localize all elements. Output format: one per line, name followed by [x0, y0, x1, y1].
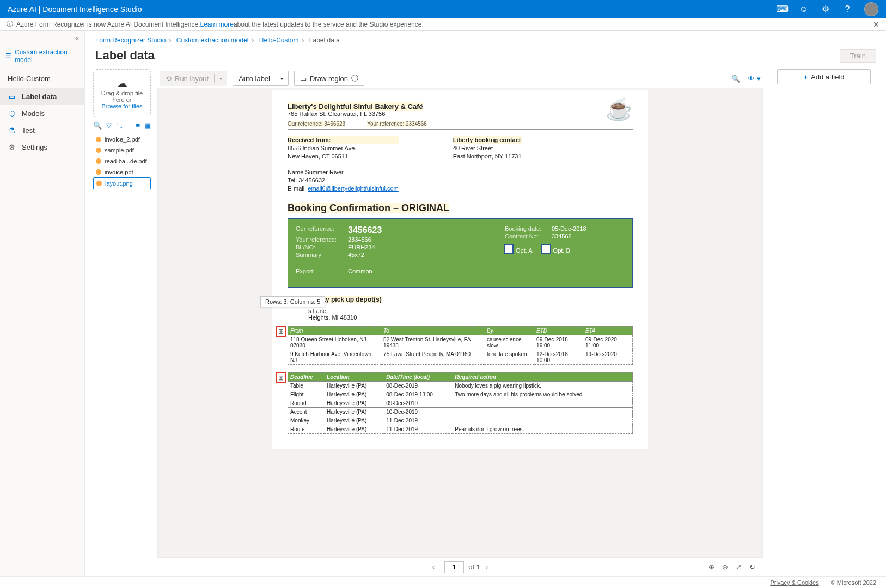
prev-page-button[interactable]: ‹: [427, 563, 440, 571]
email-label: E-mail: [288, 185, 304, 192]
table-cell: 11-Dec-2019: [384, 416, 453, 425]
table-cell: [453, 416, 632, 425]
gb-your-ref-l: Your reference:: [296, 236, 348, 243]
train-button[interactable]: Train: [840, 49, 876, 63]
feedback-icon[interactable]: ☺: [799, 4, 809, 14]
crumb-model[interactable]: Custom extraction model: [176, 36, 249, 44]
draw-region-label: Draw region: [310, 75, 348, 83]
opt-b: Opt. B: [542, 245, 570, 254]
crumb-studio[interactable]: Form Recognizer Studio: [95, 36, 166, 44]
file-name: read-ba...de.pdf: [105, 158, 147, 164]
table-cell: Flight: [288, 390, 325, 399]
gear-icon: ⚙: [8, 143, 16, 151]
auto-label-dropdown[interactable]: ▾: [276, 76, 288, 82]
doc-our-ref: Our reference: 3456623: [288, 121, 345, 127]
booking-box: Our reference:3456623 Your reference:233…: [288, 218, 633, 288]
sidebar-project-name: Hello-Custom: [0, 67, 84, 88]
depot-line2: Heights, MI 48310: [288, 314, 633, 321]
table-cell: Peanuts don't grow on trees.: [453, 425, 632, 433]
sort-icon[interactable]: ↑↓: [116, 121, 123, 130]
file-item[interactable]: layout.png: [93, 177, 151, 189]
sidebar-item-label-data[interactable]: ▭ Label data: [0, 88, 84, 105]
table-cell: Harleysville (PA): [325, 381, 384, 390]
run-layout-dropdown[interactable]: ▾: [215, 76, 227, 82]
footer: Privacy & Cookies © Microsoft 2022: [0, 576, 886, 588]
grid-view-icon[interactable]: ▦: [144, 121, 151, 130]
table-cell: 09-Dec-2019: [384, 399, 453, 407]
page-number-input[interactable]: [444, 561, 464, 573]
zoom-out-icon[interactable]: ⊖: [722, 563, 728, 571]
table-icon-1[interactable]: ⊞: [276, 326, 286, 337]
keyboard-icon[interactable]: ⌨: [777, 4, 787, 14]
file-item[interactable]: read-ba...de.pdf: [93, 156, 151, 167]
opt-a: Opt. A: [505, 245, 533, 254]
table-header: From: [288, 326, 382, 335]
privacy-link[interactable]: Privacy & Cookies: [770, 579, 818, 586]
visibility-icon[interactable]: 👁 ▾: [748, 75, 761, 83]
gb-blno-v: EURH234: [348, 244, 375, 250]
gb-our-ref-l: Our reference:: [296, 225, 348, 235]
table-cell: Accent: [288, 407, 325, 416]
list-view-icon[interactable]: ≡: [136, 121, 140, 130]
sidebar-item-label: Settings: [22, 143, 47, 151]
banner-learn-more-link[interactable]: Learn more: [200, 21, 234, 28]
filter-icon[interactable]: ▽: [106, 121, 112, 130]
table-cell: 19-Dec-2020: [583, 350, 632, 364]
draw-region-button[interactable]: ▭ Draw region ⓘ: [295, 71, 364, 85]
sidebar-collapse-icon[interactable]: «: [70, 31, 84, 45]
table-cell: 08-Dec-2019 13:00: [384, 390, 453, 399]
zoom-in-icon[interactable]: ⊕: [708, 563, 714, 571]
table-cell: cause science slow: [485, 335, 534, 350]
doc-email: email6@libertydelightfulsinful.com: [308, 185, 398, 192]
table-cell: 08-Dec-2019: [384, 381, 453, 390]
file-item[interactable]: sample.pdf: [93, 145, 151, 156]
file-name: layout.png: [105, 180, 133, 187]
auto-label-group: Auto label ▾: [233, 71, 289, 86]
copyright: © Microsoft 2022: [831, 579, 876, 586]
table-row: RouteHarleysville (PA)11-Dec-2019Peanuts…: [288, 425, 633, 433]
contact-header: Liberty booking contact: [453, 136, 522, 144]
file-name: invoice.pdf: [105, 169, 133, 175]
doc-tel: Tel. 34456632: [288, 176, 399, 185]
table-cell: 11-Dec-2019: [384, 425, 453, 433]
fit-icon[interactable]: ⤢: [736, 563, 742, 571]
gear-icon[interactable]: ⚙: [821, 4, 830, 14]
sidebar-item-test[interactable]: ⚗ Test: [0, 122, 84, 139]
shipping-table: FromToByETDETA118 Queen Street Hoboken, …: [288, 326, 633, 365]
avatar[interactable]: [864, 2, 878, 16]
document-viewer[interactable]: Liberty's Delightful Sinful Bakery & Caf…: [157, 88, 763, 558]
crumb-project[interactable]: Hello-Custom: [259, 36, 299, 44]
help-icon[interactable]: ?: [842, 4, 852, 14]
next-page-button[interactable]: ›: [480, 563, 493, 571]
rotate-icon[interactable]: ↻: [749, 563, 755, 571]
label-icon: ▭: [8, 93, 16, 101]
gb-summary-l: Summary:: [296, 252, 348, 258]
dropzone[interactable]: ☁ Drag & drop file here or Browse for fi…: [93, 69, 151, 117]
find-icon[interactable]: 🔍: [731, 75, 740, 83]
search-icon[interactable]: 🔍: [93, 121, 102, 130]
opt-a-label: Opt. A: [516, 247, 533, 254]
table-cell: Table: [288, 381, 325, 390]
sidebar-header: ☰ Custom extraction model: [0, 45, 84, 67]
browse-files-link[interactable]: Browse for files: [101, 103, 142, 109]
sidebar-item-models[interactable]: ⬡ Models: [0, 105, 84, 122]
run-layout-button[interactable]: ⟲ Run layout: [160, 71, 214, 85]
run-layout-label: Run layout: [175, 75, 209, 83]
app-title: Azure AI | Document Intelligence Studio: [8, 5, 777, 14]
auto-label-button[interactable]: Auto label: [233, 71, 276, 85]
contact-addr2: East Northport, NY 11731: [453, 152, 522, 161]
sidebar-header-label: Custom extraction model: [15, 48, 79, 64]
deadline-table: DeadlineLocationDate/Time (local)Require…: [288, 372, 633, 434]
contact-addr1: 40 River Street: [453, 144, 522, 152]
add-field-button[interactable]: + Add a field: [777, 69, 871, 84]
table-row: AccentHarleysville (PA)10-Dec-2019: [288, 407, 633, 416]
file-name: invoice_2.pdf: [105, 136, 140, 143]
fields-panel: + Add a field: [769, 69, 878, 576]
file-item[interactable]: invoice.pdf: [93, 167, 151, 177]
doc-name: Name Summer River: [288, 168, 399, 176]
close-icon[interactable]: ✕: [873, 20, 879, 29]
sidebar-item-settings[interactable]: ⚙ Settings: [0, 139, 84, 156]
file-item[interactable]: invoice_2.pdf: [93, 134, 151, 145]
table-icon-2[interactable]: ⊞: [276, 372, 286, 383]
doc-company: Liberty's Delightful Sinful Bakery & Caf…: [288, 102, 423, 111]
